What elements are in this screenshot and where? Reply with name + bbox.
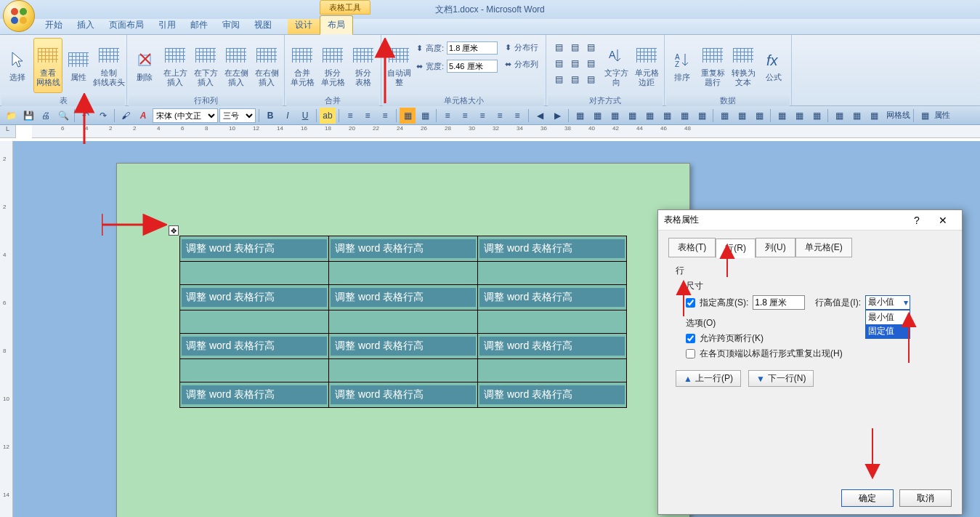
table-cell[interactable] — [478, 359, 627, 382]
italic-button[interactable]: I — [280, 108, 296, 124]
font-color-icon[interactable]: A — [135, 108, 151, 124]
table-cell[interactable]: 调整 word 表格行高 — [478, 236, 627, 262]
tb16[interactable]: ▦ — [849, 108, 864, 124]
tb9[interactable]: ▦ — [716, 108, 732, 124]
tb18[interactable]: ▦ — [917, 108, 933, 124]
table-move-handle[interactable]: ✥ — [169, 225, 179, 236]
table-cell[interactable]: 调整 word 表格行高 — [180, 285, 329, 310]
help-button[interactable]: ? — [904, 211, 930, 230]
table-cell[interactable] — [478, 262, 627, 285]
align-left-button[interactable]: ≡ — [440, 108, 455, 124]
table-cell[interactable] — [329, 359, 478, 382]
insert-above-button[interactable]: 在上方 插入 — [161, 38, 190, 93]
tb11[interactable]: ▦ — [751, 108, 767, 124]
insert-right-button[interactable]: 在右侧 插入 — [252, 38, 281, 93]
table-cell[interactable]: 调整 word 表格行高 — [478, 285, 627, 310]
distribute-cols-button[interactable]: ⬌分布列 — [502, 56, 541, 72]
tb2[interactable]: ▦ — [589, 108, 605, 124]
table-cell[interactable]: 调整 word 表格行高 — [180, 382, 329, 408]
borders-button[interactable]: ▦ — [417, 108, 433, 124]
properties-button[interactable]: 属性 — [64, 38, 93, 93]
table-cell[interactable]: 调整 word 表格行高 — [478, 334, 627, 359]
align-tl[interactable]: ▤ — [551, 39, 567, 55]
table-cell[interactable] — [478, 310, 627, 334]
table-cell[interactable] — [180, 359, 329, 382]
insert-below-button[interactable]: 在下方 插入 — [191, 38, 220, 93]
tb7[interactable]: ▦ — [676, 108, 692, 124]
tb14[interactable]: ▦ — [809, 108, 825, 124]
ok-button[interactable]: 确定 — [841, 489, 894, 507]
preview-icon[interactable]: 🔍 — [55, 108, 71, 124]
repeat-header-button[interactable]: 重复标题行 — [698, 38, 727, 93]
repeat-header-checkbox[interactable] — [686, 349, 695, 358]
tb15[interactable]: ▦ — [831, 108, 847, 124]
tb4[interactable]: ▦ — [624, 108, 640, 124]
dialog-tab-col[interactable]: 列(U) — [756, 238, 795, 257]
print-icon[interactable]: 🖨 — [38, 108, 54, 124]
table-cell[interactable]: 调整 word 表格行高 — [180, 236, 329, 262]
insert-left-button[interactable]: 在左侧 插入 — [222, 38, 251, 93]
numbering-button[interactable]: ≡ — [360, 108, 376, 124]
next-row-button[interactable]: ▼下一行(N) — [748, 370, 814, 387]
tab-layout[interactable]: 布局 — [320, 15, 353, 35]
table-cell[interactable]: 调整 word 表格行高 — [329, 334, 478, 359]
distribute-button[interactable]: ≡ — [509, 108, 525, 124]
format-painter-icon[interactable]: 🖌 — [118, 108, 134, 124]
split-cells-button[interactable]: 拆分 单元格 — [318, 38, 347, 93]
table-cell[interactable]: 调整 word 表格行高 — [180, 334, 329, 359]
align-bl[interactable]: ▤ — [551, 71, 567, 87]
formula-button[interactable]: fx公式 — [759, 38, 788, 93]
dialog-tab-cell[interactable]: 单元格(E) — [795, 238, 852, 257]
delete-button[interactable]: 删除 — [130, 38, 159, 93]
table-cell[interactable] — [329, 310, 478, 334]
dialog-tab-table[interactable]: 表格(T) — [668, 238, 716, 257]
indent-inc-button[interactable]: ▶ — [549, 108, 565, 124]
tb17[interactable]: ▦ — [866, 108, 882, 124]
dialog-titlebar[interactable]: 表格属性 ? ✕ — [658, 210, 962, 231]
view-gridlines-button[interactable]: 查看 网格线 — [33, 38, 62, 93]
sort-button[interactable]: AZ排序 — [668, 38, 697, 93]
select-button[interactable]: 选择 — [3, 38, 32, 93]
highlight-button[interactable]: ab — [320, 108, 336, 124]
tb5[interactable]: ▦ — [641, 108, 657, 124]
align-tc[interactable]: ▤ — [567, 39, 583, 55]
cell-margins-button[interactable]: 单元格 边距 — [632, 38, 661, 93]
table-cell[interactable] — [180, 262, 329, 285]
table-cell[interactable] — [329, 262, 478, 285]
convert-to-text-button[interactable]: 转换为文本 — [729, 38, 758, 93]
draw-diagonal-button[interactable]: 绘制 斜线表头 — [94, 38, 123, 93]
tb13[interactable]: ▦ — [791, 108, 807, 124]
align-right-button[interactable]: ≡ — [474, 108, 490, 124]
prev-row-button[interactable]: ▲上一行(P) — [676, 370, 741, 387]
vertical-ruler[interactable]: 22468101214 — [0, 141, 13, 517]
allow-break-checkbox[interactable] — [686, 334, 695, 343]
table-cell[interactable]: 调整 word 表格行高 — [478, 382, 627, 408]
document-table[interactable]: 调整 word 表格行高 调整 word 表格行高 调整 word 表格行高 调… — [179, 236, 627, 408]
tb12[interactable]: ▦ — [774, 108, 790, 124]
align-ml[interactable]: ▤ — [551, 55, 567, 71]
office-button[interactable] — [3, 0, 35, 32]
align-mr[interactable]: ▤ — [583, 55, 599, 71]
justify-button[interactable]: ≡ — [492, 108, 508, 124]
height-value-input[interactable] — [753, 295, 805, 310]
align-mc[interactable]: ▤ — [567, 55, 583, 71]
horizontal-ruler[interactable]: 6422468101214161820222426283032343638404… — [32, 125, 980, 138]
multilevel-button[interactable]: ≡ — [377, 108, 393, 124]
bullets-button[interactable]: ≡ — [342, 108, 358, 124]
align-bc[interactable]: ▤ — [567, 71, 583, 87]
align-center-button[interactable]: ≡ — [457, 108, 473, 124]
gridlines-label[interactable]: 网格线 — [886, 110, 910, 121]
align-br[interactable]: ▤ — [583, 71, 599, 87]
cancel-button[interactable]: 取消 — [899, 489, 952, 507]
height-input[interactable] — [447, 41, 498, 55]
save-icon[interactable]: 💾 — [20, 108, 36, 124]
indent-dec-button[interactable]: ◀ — [532, 108, 548, 124]
font-combo[interactable]: 宋体 (中文正 — [153, 108, 218, 123]
table-cell[interactable]: 调整 word 表格行高 — [329, 382, 478, 408]
tb8[interactable]: ▦ — [694, 108, 710, 124]
size-combo[interactable]: 三号 — [219, 108, 256, 123]
table-cell[interactable]: 调整 word 表格行高 — [329, 236, 478, 262]
shading-button[interactable]: ▦ — [400, 108, 416, 124]
tb10[interactable]: ▦ — [734, 108, 750, 124]
align-tr[interactable]: ▤ — [583, 39, 599, 55]
